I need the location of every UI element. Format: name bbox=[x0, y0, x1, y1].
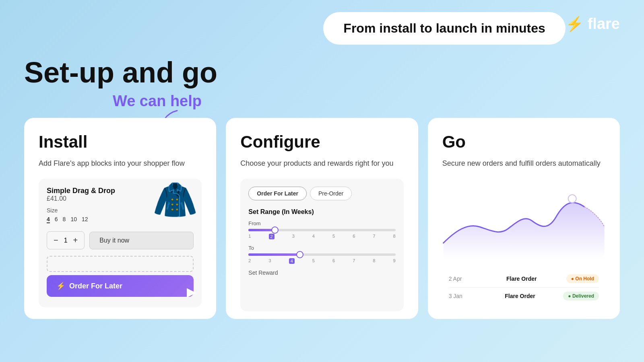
help-text: We can help bbox=[113, 93, 202, 109]
jacket-image: 🧥 bbox=[153, 179, 198, 221]
order-later-icon: ⚡ bbox=[56, 282, 65, 290]
chart-peak-inner bbox=[570, 196, 574, 201]
orders-table: 2 Apr Flare Order ● On Hold 3 Jan Flare … bbox=[442, 265, 605, 309]
range-label: Set Range (In Weeks) bbox=[248, 208, 395, 216]
page-title: Set-up and go bbox=[24, 57, 620, 88]
buy-now-button[interactable]: Buy it now bbox=[89, 232, 194, 249]
go-card-content: 2 Apr Flare Order ● On Hold 3 Jan Flare … bbox=[442, 179, 605, 311]
go-card-desc: Secure new orders and fulfill orders aut… bbox=[442, 158, 605, 169]
product-price: £41.00 bbox=[47, 195, 115, 202]
from-slider-track[interactable] bbox=[248, 229, 395, 231]
chart-area bbox=[442, 179, 605, 259]
order-for-later-button[interactable]: ⚡ Order For Later ▶ bbox=[47, 275, 194, 297]
order-row-1: 2 Apr Flare Order ● On Hold bbox=[449, 270, 599, 288]
header: From install to launch in minutes ⚡ flar… bbox=[0, 0, 644, 45]
logo-text: flare bbox=[588, 15, 620, 33]
size-label: Size bbox=[47, 207, 115, 214]
set-reward-label: Set Reward bbox=[248, 269, 395, 276]
size-6[interactable]: 6 bbox=[55, 216, 58, 223]
cards-container: Install Add Flare's app blocks into your… bbox=[0, 118, 644, 319]
configure-card-desc: Choose your products and rewards right f… bbox=[240, 158, 403, 169]
tab-pre-order[interactable]: Pre-Order bbox=[310, 187, 352, 200]
quantity-decrease[interactable]: − bbox=[54, 236, 58, 245]
install-card-desc: Add Flare's app blocks into your shopper… bbox=[39, 158, 202, 169]
size-10[interactable]: 10 bbox=[70, 216, 77, 223]
main-heading-section: Set-up and go bbox=[0, 45, 644, 88]
size-12[interactable]: 12 bbox=[82, 216, 88, 223]
order-status-1: ● On Hold bbox=[566, 274, 599, 283]
tab-row: Order For Later Pre-Order bbox=[248, 187, 395, 200]
quantity-value: 1 bbox=[64, 237, 68, 244]
configure-card: Configure Choose your products and rewar… bbox=[226, 118, 418, 319]
size-8[interactable]: 8 bbox=[63, 216, 66, 223]
line-chart bbox=[442, 179, 605, 259]
to-slider-numbers: 2 3 4 5 6 7 8 9 bbox=[248, 258, 395, 264]
quantity-row: − 1 + Buy it now bbox=[47, 231, 194, 249]
install-card-content: Simple Drag & Drop £41.00 Size 4 6 8 10 … bbox=[39, 179, 202, 307]
order-name-1: Flare Order bbox=[506, 276, 537, 282]
to-slider-track[interactable] bbox=[248, 253, 395, 256]
install-card: Install Add Flare's app blocks into your… bbox=[24, 118, 216, 319]
configure-card-title: Configure bbox=[240, 132, 403, 152]
order-row-2: 3 Jan Flare Order ● Delivered bbox=[449, 288, 599, 304]
status-dot-1: ● bbox=[571, 276, 576, 282]
go-card-title: Go bbox=[442, 132, 605, 152]
chart-area-fill bbox=[443, 203, 604, 259]
order-date-1: 2 Apr bbox=[449, 276, 477, 282]
cursor-icon: ▶ bbox=[187, 286, 196, 299]
order-later-label: Order For Later bbox=[69, 282, 122, 290]
to-label: To bbox=[248, 245, 395, 251]
from-slider-numbers: 1 2 3 4 5 6 7 8 bbox=[248, 234, 395, 239]
quantity-control[interactable]: − 1 + bbox=[47, 231, 85, 249]
logo-icon: ⚡ bbox=[566, 16, 584, 33]
configure-card-content: Order For Later Pre-Order Set Range (In … bbox=[240, 179, 403, 311]
quantity-increase[interactable]: + bbox=[73, 236, 78, 245]
order-status-2: ● Delivered bbox=[563, 292, 599, 300]
dashed-placeholder bbox=[47, 256, 194, 272]
tagline-bubble: From install to launch in minutes bbox=[323, 12, 565, 45]
from-label: From bbox=[248, 220, 395, 226]
go-card: Go Secure new orders and fulfill orders … bbox=[428, 118, 620, 319]
size-4[interactable]: 4 bbox=[47, 216, 50, 223]
size-options: 4 6 8 10 12 bbox=[47, 216, 115, 223]
logo: ⚡ flare bbox=[566, 15, 620, 33]
product-name: Simple Drag & Drop bbox=[47, 187, 115, 195]
help-section: We can help bbox=[113, 93, 644, 110]
tagline-text: From install to launch in minutes bbox=[343, 21, 545, 35]
order-name-2: Flare Order bbox=[505, 293, 535, 299]
install-card-title: Install bbox=[39, 132, 202, 152]
status-dot-2: ● bbox=[568, 293, 572, 299]
tab-order-for-later[interactable]: Order For Later bbox=[248, 187, 307, 200]
order-date-2: 3 Jan bbox=[449, 293, 477, 299]
